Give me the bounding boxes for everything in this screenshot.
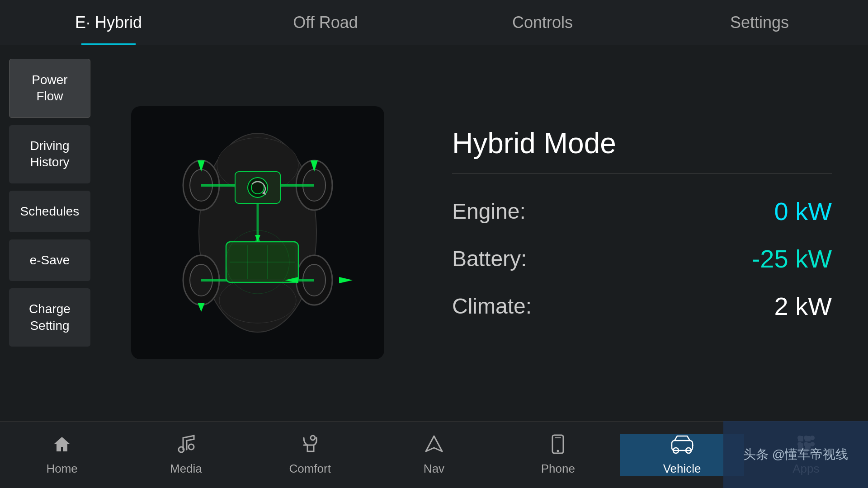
hybrid-mode-title: Hybrid Mode	[452, 127, 832, 160]
nav-comfort[interactable]: Comfort	[248, 434, 372, 476]
battery-label: Battery:	[452, 246, 527, 271]
svg-rect-39	[672, 441, 693, 450]
vehicle-label: Vehicle	[663, 462, 701, 476]
info-panel: Hybrid Mode Engine: 0 kW Battery: -25 kW…	[416, 45, 868, 420]
engine-label: Engine:	[452, 199, 526, 224]
svg-point-34	[311, 436, 315, 440]
tab-controls[interactable]: Controls	[434, 0, 651, 45]
power-flow-button[interactable]: Power Flow	[9, 59, 90, 118]
e-save-button[interactable]: e-Save	[9, 239, 90, 281]
climate-stat-row: Climate: 2 kW	[452, 291, 832, 321]
nav-home[interactable]: Home	[0, 434, 124, 476]
svg-marker-35	[426, 436, 442, 451]
engine-stat-row: Engine: 0 kW	[452, 197, 832, 226]
navigation-icon	[425, 434, 443, 457]
battery-stat-row: Battery: -25 kW	[452, 244, 832, 273]
nav-label: Nav	[424, 462, 444, 476]
schedules-button[interactable]: Schedules	[9, 191, 90, 232]
divider	[452, 174, 832, 174]
nav-phone[interactable]: Phone	[496, 434, 620, 476]
seat-icon	[300, 434, 320, 457]
tab-ehybrid[interactable]: E· Hybrid	[0, 0, 217, 45]
svg-point-3	[219, 278, 296, 323]
comfort-label: Comfort	[289, 462, 330, 476]
nav-media[interactable]: Media	[124, 434, 248, 476]
music-icon	[177, 434, 195, 457]
car-power-flow-diagram	[131, 106, 384, 359]
climate-value: 2 kW	[774, 291, 832, 321]
watermark-text: 头条 @懂车帝视线	[743, 446, 848, 463]
home-icon	[52, 434, 72, 457]
charge-setting-button[interactable]: Charge Setting	[9, 288, 90, 347]
driving-history-button[interactable]: Driving History	[9, 125, 90, 183]
svg-point-37	[557, 450, 559, 452]
sidebar: Power Flow Driving History Schedules e-S…	[0, 45, 99, 420]
vehicle-icon	[670, 434, 694, 457]
svg-point-33	[189, 444, 194, 450]
tab-settings[interactable]: Settings	[651, 0, 868, 45]
engine-value: 0 kW	[774, 197, 832, 226]
bottom-navigation: Home Media Comfort Nav	[0, 421, 868, 488]
top-navigation: E· Hybrid Off Road Controls Settings	[0, 0, 868, 45]
media-label: Media	[170, 462, 202, 476]
home-label: Home	[46, 462, 77, 476]
phone-icon	[551, 434, 565, 457]
climate-label: Climate:	[452, 294, 532, 319]
nav-nav[interactable]: Nav	[372, 434, 496, 476]
phone-label: Phone	[541, 462, 575, 476]
watermark-overlay: 头条 @懂车帝视线	[723, 421, 868, 488]
car-visualization	[99, 45, 416, 420]
main-content: Power Flow Driving History Schedules e-S…	[0, 45, 868, 420]
battery-value: -25 kW	[752, 244, 832, 273]
tab-offroad[interactable]: Off Road	[217, 0, 434, 45]
